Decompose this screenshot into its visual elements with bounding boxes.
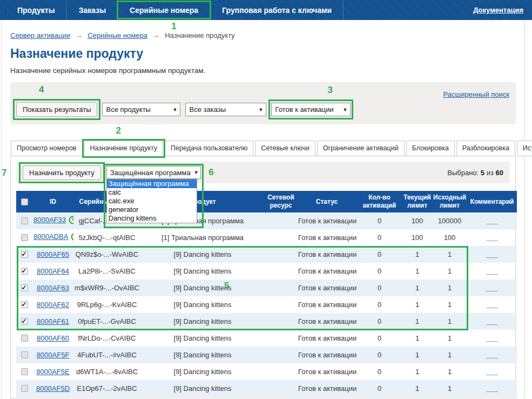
row-checkbox[interactable] bbox=[21, 251, 28, 258]
status-select[interactable]: Готов к активации ▼ bbox=[271, 103, 351, 116]
table-row: 8000AF63 m$xWR9-...-OvAIBC [9] Dancing k… bbox=[16, 280, 517, 296]
comment-link[interactable]: ___ bbox=[486, 301, 498, 309]
comment-link[interactable]: ___ bbox=[486, 217, 498, 225]
dropdown-option-dancing-kittens[interactable]: Dancing kittens bbox=[107, 214, 197, 223]
table-row: 8000AF61 0fpuET-...-GvAIBC [9] Dancing k… bbox=[16, 313, 517, 330]
comment-link[interactable]: ___ bbox=[486, 351, 498, 359]
row-checkbox[interactable] bbox=[21, 385, 28, 392]
serial-id-link[interactable]: 8000AF65 bbox=[37, 250, 69, 258]
current-limit-cell: 1 bbox=[402, 280, 432, 296]
show-results-button[interactable]: Показать результаты bbox=[16, 102, 97, 117]
table-row: 8000AF5F 4FubUT-...-#vAIBC [9] Dancing k… bbox=[16, 347, 517, 363]
network-cell bbox=[265, 347, 297, 363]
column-header-network: Сетевой ресурс bbox=[265, 191, 297, 212]
comment-cell: ___ bbox=[467, 363, 517, 380]
selection-counter-selected: 5 bbox=[481, 169, 484, 177]
row-checkbox[interactable] bbox=[21, 301, 28, 308]
comment-link[interactable]: ___ bbox=[486, 317, 498, 325]
serial-id-link[interactable]: 8000AF5D bbox=[36, 384, 70, 393]
product-select[interactable]: Защищённая программа ▼ bbox=[106, 166, 201, 179]
breadcrumb-link-activation-server[interactable]: Сервер активации bbox=[10, 31, 70, 39]
status-cell: Готов к активации bbox=[297, 263, 356, 280]
tab-activation-limit[interactable]: Ограничение активаций bbox=[317, 141, 405, 156]
select-all-checkbox[interactable] bbox=[21, 198, 28, 205]
column-header-status: Статус bbox=[297, 191, 356, 212]
assign-product-button[interactable]: Назначить продукту bbox=[23, 165, 101, 180]
nav-item-group-key-work[interactable]: Групповая работа с ключами bbox=[210, 0, 344, 20]
initial-limit-cell: 1 bbox=[432, 313, 467, 330]
tab-unlock[interactable]: Разблокировка bbox=[456, 141, 515, 156]
tab-network-keys[interactable]: Сетевые ключи bbox=[255, 141, 315, 156]
orders-select-value: Все заказы bbox=[189, 105, 226, 114]
breadcrumb-separator: → bbox=[76, 31, 83, 39]
table-row: 8000AF62 9RLp6g-...-KvAIBC [9] Dancing k… bbox=[16, 296, 517, 313]
product-cell: [9] Dancing kittens bbox=[140, 380, 265, 397]
column-header-activations: Кол-во активаций bbox=[356, 191, 402, 212]
serial-id-link[interactable]: 8000AF63 bbox=[37, 284, 69, 292]
nav-item-serial-numbers[interactable]: Серийные номера 1 bbox=[118, 0, 210, 20]
comment-cell: ___ bbox=[467, 380, 517, 397]
nav-item-orders[interactable]: Заказы bbox=[67, 0, 118, 20]
current-limit-cell: 1 bbox=[402, 380, 432, 397]
comment-cell: ___ bbox=[467, 296, 517, 313]
orders-select[interactable]: Все заказы ▼ bbox=[185, 103, 266, 116]
row-checkbox[interactable] bbox=[21, 217, 28, 224]
annotation-label-3: 3 bbox=[327, 85, 332, 96]
initial-limit-cell: 1 bbox=[432, 330, 467, 347]
activations-cell: 0 bbox=[356, 347, 402, 363]
dropdown-option-generator[interactable]: generator bbox=[107, 205, 197, 214]
activations-cell: 0 bbox=[356, 246, 402, 263]
comment-link[interactable]: ___ bbox=[486, 368, 498, 376]
products-select[interactable]: Все продукты ▼ bbox=[102, 103, 180, 116]
serial-id-link[interactable]: 8000AF5E bbox=[36, 368, 69, 376]
nav-item-products[interactable]: Продукты bbox=[5, 0, 67, 20]
initial-limit-cell: 1 bbox=[432, 347, 467, 363]
row-checkbox[interactable] bbox=[21, 351, 28, 358]
comment-link[interactable]: ___ bbox=[486, 284, 498, 292]
serial-id-link[interactable]: 8000AF33 bbox=[33, 216, 66, 224]
product-select-value: Защищённая программа bbox=[110, 169, 191, 177]
serial-id-link[interactable]: 8000AF5F bbox=[37, 351, 70, 359]
tab-lock[interactable]: Блокировка bbox=[406, 141, 455, 156]
tab-transfer-user[interactable]: Передача пользователю bbox=[165, 141, 253, 156]
comment-link[interactable]: ___ bbox=[486, 234, 498, 242]
row-checkbox[interactable] bbox=[21, 368, 28, 375]
comment-link[interactable]: ___ bbox=[486, 250, 498, 258]
breadcrumb-link-serial-numbers[interactable]: Серийные номера bbox=[87, 31, 147, 39]
serial-cell: QN9z$o-...-WvAIBC bbox=[73, 246, 140, 263]
tab-view-numbers[interactable]: Просмотр номеров bbox=[11, 141, 83, 156]
status-cell: Готов к активации bbox=[297, 229, 356, 246]
row-checkbox[interactable] bbox=[21, 268, 28, 275]
serial-id-link[interactable]: 8000AF62 bbox=[37, 301, 69, 309]
row-checkbox[interactable] bbox=[21, 318, 28, 325]
tab-assign-product[interactable]: Назначение продукту 2 bbox=[84, 141, 164, 156]
dropdown-option-protected-program[interactable]: Защищённая программа bbox=[107, 179, 197, 188]
initial-limit-cell: 1 bbox=[432, 263, 467, 280]
advanced-search-link[interactable]: Расширенный поиск bbox=[443, 90, 509, 98]
dropdown-option-calc-exe[interactable]: calc.exe bbox=[107, 197, 197, 205]
comment-link[interactable]: ___ bbox=[486, 384, 498, 393]
dropdown-option-calc[interactable]: calc bbox=[107, 188, 197, 197]
row-checkbox[interactable] bbox=[21, 284, 28, 291]
serial-id-link[interactable]: 8000AF60 bbox=[37, 334, 69, 342]
row-checkbox[interactable] bbox=[21, 234, 28, 241]
chevron-down-icon: ▼ bbox=[194, 170, 199, 175]
serial-id-link[interactable]: 8000AF61 bbox=[37, 317, 69, 325]
initial-limit-cell: 100000 bbox=[432, 212, 467, 229]
activations-cell: 0 bbox=[356, 363, 402, 380]
network-cell bbox=[265, 212, 297, 229]
documentation-link[interactable]: Документация bbox=[473, 6, 523, 14]
product-cell: [9] Dancing kittens bbox=[140, 246, 265, 263]
comment-link[interactable]: ___ bbox=[486, 267, 498, 275]
selection-counter: Выбрано: 5 из 60 bbox=[447, 169, 503, 177]
tab-history[interactable]: История bbox=[517, 141, 532, 156]
activations-cell: 0 bbox=[356, 212, 402, 229]
current-limit-cell: 1 bbox=[402, 330, 432, 347]
comment-link[interactable]: ___ bbox=[486, 334, 498, 342]
serial-id-link[interactable]: 8000ADBA bbox=[33, 232, 68, 241]
comment-cell: ___ bbox=[467, 347, 517, 363]
row-checkbox[interactable] bbox=[21, 335, 28, 342]
serial-cell: 9RLp6g-...-KvAIBC bbox=[73, 296, 140, 313]
status-cell: Готов к активации bbox=[297, 363, 356, 380]
serial-id-link[interactable]: 8000AF64 bbox=[37, 267, 69, 275]
